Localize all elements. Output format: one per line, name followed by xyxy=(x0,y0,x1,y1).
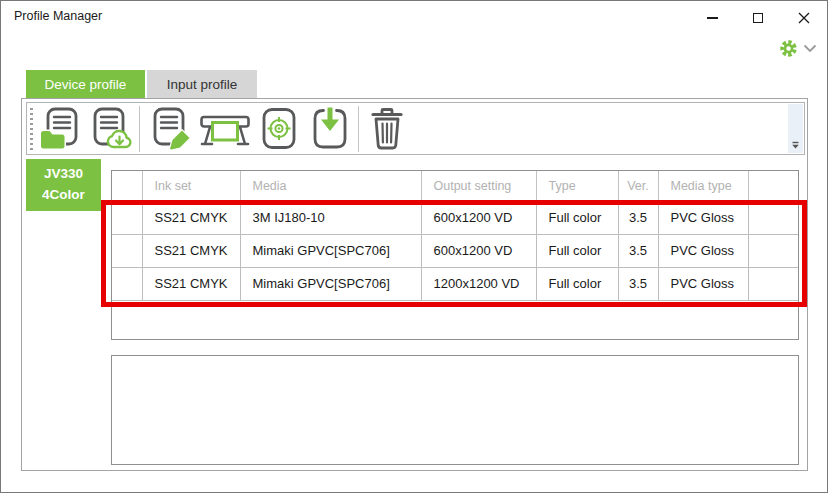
column-header-extra xyxy=(748,171,799,201)
minimize-icon xyxy=(707,17,718,19)
device-selector-jv330[interactable]: JV330 4Color xyxy=(26,159,101,211)
settings-menu[interactable] xyxy=(779,39,817,58)
printer-setup-icon xyxy=(199,106,251,152)
column-header-media: Media xyxy=(240,171,421,201)
cell-version: 3.5 xyxy=(618,234,658,267)
window-controls xyxy=(683,7,821,29)
close-button[interactable] xyxy=(787,7,821,29)
table-header-row: Ink set Media Output setting Type Ver. M… xyxy=(112,171,799,201)
download-profile-cloud-icon xyxy=(88,106,134,152)
printer-setup-button[interactable] xyxy=(198,105,252,153)
minimize-button[interactable] xyxy=(695,7,729,29)
cell-type: Full color xyxy=(536,201,618,234)
chevron-down-icon xyxy=(803,44,817,53)
column-header-media-type: Media type xyxy=(658,171,748,201)
cell-media: 3M IJ180-10 xyxy=(240,201,421,234)
delete-profile-button[interactable] xyxy=(366,105,408,153)
download-profile-button[interactable] xyxy=(87,105,135,153)
column-header-version: Ver. xyxy=(618,171,658,201)
delete-profile-icon xyxy=(367,106,407,152)
cell-media-type: PVC Gloss xyxy=(658,201,748,234)
cell-media-type: PVC Gloss xyxy=(658,234,748,267)
tab-input-profile[interactable]: Input profile xyxy=(147,70,257,98)
cell-select xyxy=(112,234,142,267)
table-row[interactable]: SS21 CMYK Mimaki GPVC[SPC706] 1200x1200 … xyxy=(112,267,799,300)
calibration-target-icon xyxy=(256,106,302,152)
scroll-down-icon xyxy=(791,141,800,150)
cell-version: 3.5 xyxy=(618,201,658,234)
column-header-output-setting: Output setting xyxy=(421,171,536,201)
add-profile-folder-icon xyxy=(37,106,83,152)
cell-output-setting: 600x1200 VD xyxy=(421,234,536,267)
device-name-line2: 4Color xyxy=(42,185,85,206)
cell-version: 3.5 xyxy=(618,267,658,300)
table-row[interactable]: SS21 CMYK 3M IJ180-10 600x1200 VD Full c… xyxy=(112,201,799,234)
cell-extra xyxy=(748,234,799,267)
cell-output-setting: 600x1200 VD xyxy=(421,201,536,234)
profile-tabs: Device profile Input profile xyxy=(26,70,257,98)
cell-extra xyxy=(748,267,799,300)
gear-icon xyxy=(779,39,798,58)
cell-media: Mimaki GPVC[SPC706] xyxy=(240,267,421,300)
install-profile-button[interactable] xyxy=(306,105,354,153)
device-name-line1: JV330 xyxy=(44,164,83,185)
cell-extra xyxy=(748,201,799,234)
cell-media-type: PVC Gloss xyxy=(658,267,748,300)
cell-ink-set: SS21 CMYK xyxy=(142,234,240,267)
tab-label: Device profile xyxy=(45,77,127,92)
toolbar-scrollbar[interactable] xyxy=(788,104,803,153)
maximize-icon xyxy=(753,13,763,23)
cell-type: Full color xyxy=(536,234,618,267)
profile-table: Ink set Media Output setting Type Ver. M… xyxy=(111,170,799,340)
toolbar-separator xyxy=(139,106,140,152)
cell-type: Full color xyxy=(536,267,618,300)
calibration-button[interactable] xyxy=(255,105,303,153)
cell-ink-set: SS21 CMYK xyxy=(142,267,240,300)
profile-manager-window: Profile Manager Device profile xyxy=(0,0,828,493)
maximize-button[interactable] xyxy=(741,7,775,29)
install-profile-icon xyxy=(307,106,353,152)
cell-ink-set: SS21 CMYK xyxy=(142,201,240,234)
column-header-select xyxy=(112,171,142,201)
cell-media: Mimaki GPVC[SPC706] xyxy=(240,234,421,267)
toolbar-grip-handle[interactable] xyxy=(30,108,33,150)
table-row[interactable]: SS21 CMYK Mimaki GPVC[SPC706] 600x1200 V… xyxy=(112,234,799,267)
window-title: Profile Manager xyxy=(14,9,102,23)
close-icon xyxy=(798,12,810,24)
column-header-ink-set: Ink set xyxy=(142,171,240,201)
cell-select xyxy=(112,267,142,300)
tab-label: Input profile xyxy=(167,77,238,92)
add-profile-button[interactable] xyxy=(36,105,84,153)
device-profile-panel: JV330 4Color Ink set Media Output settin… xyxy=(21,98,808,471)
column-header-type: Type xyxy=(536,171,618,201)
edit-profile-button[interactable] xyxy=(147,105,195,153)
cell-select xyxy=(112,201,142,234)
cell-output-setting: 1200x1200 VD xyxy=(421,267,536,300)
profile-detail-panel xyxy=(111,355,799,465)
edit-profile-icon xyxy=(148,106,194,152)
tab-device-profile[interactable]: Device profile xyxy=(26,70,145,98)
profile-toolbar xyxy=(26,102,805,155)
toolbar-separator xyxy=(358,106,359,152)
